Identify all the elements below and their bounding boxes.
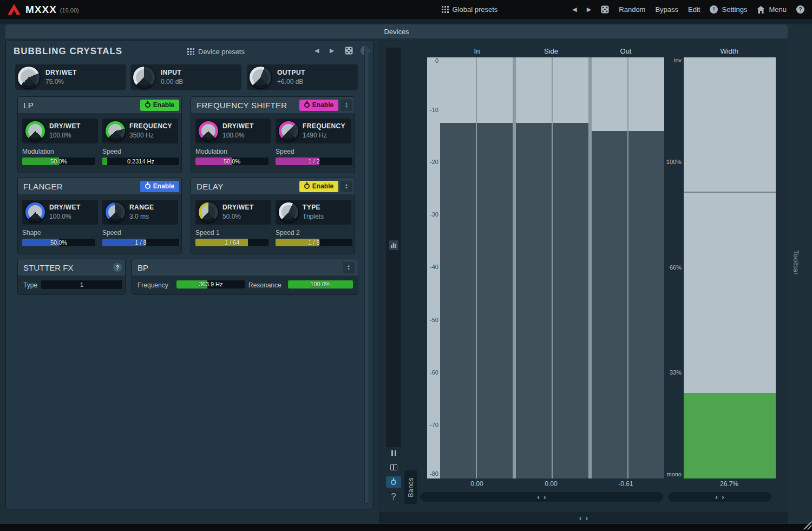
bar-label: Shape xyxy=(22,229,41,237)
enable-label: Enable xyxy=(312,101,333,109)
resonance-bar[interactable]: 100.0% xyxy=(288,280,353,289)
enable-button[interactable]: Enable xyxy=(140,100,179,111)
scrollbar-thumb[interactable] xyxy=(365,47,369,503)
frequency-knob-group[interactable]: FREQUENCY 1490 Hz xyxy=(276,119,351,143)
randomize-dice-icon[interactable] xyxy=(345,47,353,55)
knob-face xyxy=(21,69,37,86)
speed2-bar[interactable]: 1 / 8 xyxy=(276,239,352,246)
modulation-bar[interactable]: 50.0% xyxy=(195,158,269,165)
scroll-right-icon[interactable]: › xyxy=(722,493,724,501)
next-preset-button[interactable]: ▶ xyxy=(587,6,591,13)
random-button[interactable]: Random xyxy=(619,5,645,14)
width-scrollbar[interactable]: ‹ › xyxy=(668,492,771,502)
knob-face xyxy=(281,205,296,219)
module-body: DRY/WET 50.0% TYPE Triplets Speed 1 Spee… xyxy=(191,194,355,254)
scroll-right-icon[interactable]: › xyxy=(543,493,546,501)
scroll-left-icon[interactable]: ‹ xyxy=(715,493,718,501)
module-title: STUTTER FX xyxy=(23,263,113,272)
help-icon[interactable]: ? xyxy=(796,5,804,14)
prev-preset-button[interactable]: ◀ xyxy=(572,6,577,13)
type-knob[interactable] xyxy=(279,202,298,222)
pause-icon xyxy=(391,450,396,456)
dry-wet-knob[interactable] xyxy=(199,202,218,222)
pause-button[interactable] xyxy=(386,447,401,458)
output-knob[interactable] xyxy=(250,67,271,88)
edit-button[interactable]: Edit xyxy=(688,5,700,14)
scroll-left-icon[interactable]: ‹ xyxy=(579,514,582,522)
settings-button[interactable]: ! Settings xyxy=(710,5,747,14)
bar-label: Modulation xyxy=(195,148,227,155)
home-icon xyxy=(757,6,765,14)
module-lp: LP Enable DRY/WET 100.0% FREQUENCY 3500 … xyxy=(18,97,181,173)
meter-fill xyxy=(553,123,588,478)
master-output[interactable]: OUTPUT +6.00 dB xyxy=(247,64,358,90)
dry-wet-knob-group[interactable]: DRY/WET 50.0% xyxy=(195,200,271,225)
scroll-right-icon[interactable]: › xyxy=(586,514,588,522)
dry-wet-knob[interactable] xyxy=(18,67,40,88)
meter-scrollbar[interactable]: ‹ › xyxy=(420,492,663,502)
bottom-scrollbar[interactable]: ‹ › xyxy=(379,512,788,523)
knob-face xyxy=(108,205,122,219)
next-device-preset-button[interactable]: ▶ xyxy=(330,47,334,54)
prev-device-preset-button[interactable]: ◀ xyxy=(315,47,319,54)
enable-button[interactable]: Enable xyxy=(299,181,338,192)
speed-bar[interactable]: 0.2314 Hz xyxy=(102,158,179,165)
type-field[interactable]: 1 xyxy=(41,280,122,289)
modulation-bar[interactable]: 50.0% xyxy=(22,158,95,165)
app-version: (15.00) xyxy=(60,7,79,14)
tab-bands[interactable]: Bands xyxy=(404,470,417,504)
meter-help-button[interactable]: ? xyxy=(386,491,401,502)
module-body: DRY/WET 100.0% RANGE 3.0 ms Shape Speed … xyxy=(18,194,181,254)
range-knob-group[interactable]: RANGE 3.0 ms xyxy=(102,200,178,225)
stutter-help-icon[interactable]: ? xyxy=(113,263,122,272)
meter-value-side: 0.00 xyxy=(524,480,578,488)
enable-label: Enable xyxy=(153,182,174,190)
global-presets-button[interactable]: Global presets xyxy=(442,5,498,14)
frequency-knob-group[interactable]: FREQUENCY 3500 Hz xyxy=(102,119,178,143)
device-title: BUBBLING CRYSTALS xyxy=(14,46,122,57)
enable-button[interactable]: Enable xyxy=(299,100,338,111)
scroll-left-icon[interactable]: ‹ xyxy=(537,493,540,501)
module-spinner[interactable]: ▲▼ xyxy=(343,262,355,273)
dry-wet-knob[interactable] xyxy=(199,121,218,141)
device-presets-button[interactable]: Device presets xyxy=(187,48,245,56)
knob-face xyxy=(201,205,215,219)
input-knob[interactable] xyxy=(133,67,155,88)
master-dry-wet[interactable]: DRY/WET 75.0% xyxy=(15,64,126,90)
menu-button[interactable]: Menu xyxy=(757,5,787,14)
speed-bar[interactable]: 1 / 8 xyxy=(102,239,179,246)
speed-bar[interactable]: 1 / 2 xyxy=(276,158,352,165)
randomize-dice-icon[interactable] xyxy=(601,5,609,14)
speed1-bar[interactable]: 1 / 64 xyxy=(195,239,269,246)
frequency-knob[interactable] xyxy=(106,121,125,141)
module-spinner[interactable]: ▲▼ xyxy=(340,100,352,111)
layout-button[interactable] xyxy=(386,462,401,473)
device-panel-scrollbar[interactable] xyxy=(364,47,369,504)
grid-icon xyxy=(442,6,449,13)
knob-value: 75.0% xyxy=(45,78,64,86)
titlebar: MXXX (15.00) Global presets ◀ ▶ Random B… xyxy=(0,0,812,19)
range-knob[interactable] xyxy=(106,202,125,222)
dry-wet-knob-group[interactable]: DRY/WET 100.0% xyxy=(195,119,271,143)
meter-power-button[interactable] xyxy=(386,476,401,488)
toolbar-tab[interactable]: Toolbar xyxy=(792,250,800,275)
module-bp: BP ▲▼ Frequency 363.9 Hz Resonance 100.0… xyxy=(132,259,358,294)
dry-wet-knob-group[interactable]: DRY/WET 100.0% xyxy=(22,200,98,225)
dry-wet-knob[interactable] xyxy=(25,121,45,141)
type-knob-group[interactable]: TYPE Triplets xyxy=(276,200,351,225)
module-body: DRY/WET 100.0% FREQUENCY 3500 Hz Modulat… xyxy=(18,113,181,173)
bypass-button[interactable]: Bypass xyxy=(655,5,678,14)
dry-wet-knob-group[interactable]: DRY/WET 100.0% xyxy=(22,119,98,143)
meter-settings-icon[interactable] xyxy=(389,240,398,250)
dry-wet-knob[interactable] xyxy=(25,202,45,222)
menu-label: Menu xyxy=(769,5,787,14)
module-spinner[interactable]: ▲▼ xyxy=(340,181,352,192)
meter-range-slider[interactable] xyxy=(386,48,401,447)
frequency-bar[interactable]: 363.9 Hz xyxy=(176,280,245,289)
frequency-knob[interactable] xyxy=(279,121,298,141)
enable-button[interactable]: Enable xyxy=(140,181,179,192)
tab-devices[interactable]: Devices xyxy=(5,24,788,38)
shape-bar[interactable]: 50.0% xyxy=(22,239,95,246)
resonance-label: Resonance xyxy=(248,281,281,289)
master-input[interactable]: INPUT 0.00 dB xyxy=(130,64,241,90)
